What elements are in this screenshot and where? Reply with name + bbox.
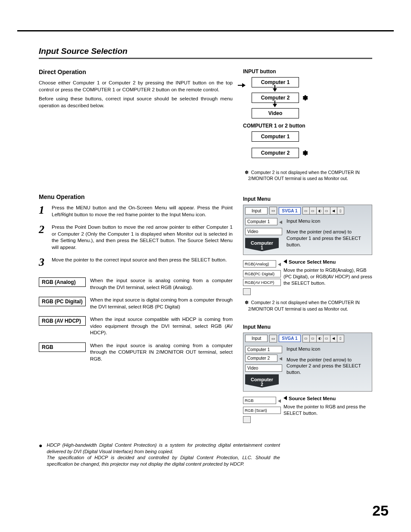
rgb-analog-label: RGB (Analog) (39, 277, 86, 287)
menu2-item-video: Video (245, 364, 282, 372)
down-arrow-icon (273, 88, 277, 92)
src2-scart: RGB (Scart) (243, 407, 281, 414)
rgb-row-digital: RGB (PC Digital) When the input source i… (39, 297, 233, 310)
menu-item-video: Video (245, 228, 282, 235)
left-arrow-icon-3 (283, 259, 287, 264)
ssm-label-2: Source Select Menu (289, 396, 336, 401)
arrow-in-icon (242, 81, 246, 89)
step-1: 1 Press the MENU button and the On-Scree… (39, 205, 233, 218)
rgb-hdcp-label: RGB (AV HDCP) (39, 316, 86, 326)
inputmenu-heading-1: Input Menu (243, 196, 372, 202)
asterisk-2: ✽ (302, 149, 308, 157)
section-rule (39, 58, 372, 59)
signal-label-2: SVGA 1 (279, 335, 300, 342)
bullet-icon: ● (39, 442, 42, 467)
step-num-3: 3 (39, 257, 47, 268)
left-arrow-icon-4 (279, 357, 282, 361)
rgb-row-analog: RGB (Analog) When the input source is an… (39, 277, 233, 291)
comp-button-label: COMPUTER 1 or 2 button (243, 123, 372, 129)
footnote-block: ● HDCP (High-bandwidth Digital Content P… (39, 442, 280, 467)
return-icon (243, 288, 251, 295)
flow-video: Video (252, 108, 299, 118)
footnote-p1: HDCP (High-bandwidth Digital Content Pro… (47, 442, 280, 455)
step-2: 2 Press the Point Down button to move th… (39, 224, 233, 251)
menu-mock-2: Input ▭ SVGA 1 ▭▭◐▭◀▯ Computer 1 Compute… (243, 333, 372, 392)
menu-heading: Menu Operation (39, 193, 233, 200)
rgb-hdcp-body: When the input source compatible with HD… (90, 316, 233, 336)
page-number: 25 (372, 502, 389, 519)
step-body-2: Press the Point Down button to move the … (52, 224, 233, 251)
step-body-3: Move the pointer to the correct input so… (52, 257, 233, 268)
menu-item-c1: Computer 1 (245, 218, 277, 225)
move-note-2: Move the pointer (red arrow) to Computer… (286, 357, 370, 376)
step-num-1: 1 (39, 205, 47, 218)
top-rule (17, 30, 394, 31)
menu2-item-c2: Computer 2 (245, 355, 277, 362)
section-title: Input Source Selection (39, 47, 372, 56)
left-arrow-icon (279, 221, 282, 224)
src-rgb-hdcp: RGB(AV HDCP) (243, 279, 281, 286)
src2-rgb: RGB (243, 397, 276, 404)
flow-computer2-b: Computer 2 (252, 148, 299, 158)
direct-p2: Before using these buttons, correct inpu… (39, 96, 233, 109)
return-icon-2 (243, 416, 251, 423)
menu-tab-input: Input (245, 207, 268, 215)
input-menu-icon-label-2: Input Menu icon (286, 346, 370, 352)
ssm-label-1: Source Select Menu (289, 259, 336, 264)
flow-computer1: Computer 1 (252, 77, 299, 87)
move-note-1: Move the pointer (red arrow) to Computer… (286, 229, 370, 248)
rgb-plain-label: RGB (39, 342, 86, 352)
rgb-row-hdcp: RGB (AV HDCP) When the input source comp… (39, 316, 233, 336)
step-3: 3 Move the pointer to the correct input … (39, 257, 233, 268)
footnote-p2: The specification of HDCP is decided and… (47, 454, 280, 467)
flow-computer2: Computer 2 (252, 93, 299, 103)
rgb-digital-body: When the input source is digital coming … (90, 297, 233, 310)
computer-badge-2: Computer2 (245, 374, 279, 388)
menu2-item-c1: Computer 1 (245, 346, 282, 353)
rgb-plain-body: When the input source is analog coming f… (90, 342, 233, 363)
flow-computer1-b: Computer 1 (252, 131, 299, 142)
direct-p1: Choose either Computer 1 or Computer 2 b… (39, 80, 233, 93)
step-num-2: 2 (39, 224, 47, 251)
menu-iconstrip: ▭▭◐▭◀▯ (302, 207, 344, 215)
src-rgb-digital: RGB(PC Digital) (243, 270, 281, 277)
computer-badge-1: Computer1 (245, 238, 279, 251)
menu-mock-1: Input ▭ SVGA 1 ▭▭◐▭◀▯ Computer 1 Video (243, 205, 372, 255)
down-arrow-icon-2 (273, 104, 277, 107)
step-body-1: Press the MENU button and the On-Screen … (52, 205, 233, 218)
input-menu-icon-label: Input Menu icon (286, 218, 370, 224)
direct-heading: Direct Operation (39, 68, 233, 75)
menu-iconstrip-2: ▭▭◐▭◀▯ (302, 335, 344, 342)
ssm-note-2: Move the pointer to RGB and press the SE… (283, 404, 372, 417)
input-icon: ▭ (269, 207, 277, 215)
diagram-note: ✽ Computer 2 is not displayed when the C… (248, 169, 372, 181)
input-button-label: INPUT button (243, 68, 372, 75)
rgb-row-plain: RGB When the input source is analog comi… (39, 342, 233, 363)
rgb-analog-body: When the input source is analog coming f… (90, 277, 233, 291)
src-rgb-analog: RGB(Analog) (243, 260, 276, 268)
ast-note-2: ✽ Computer 2 is not displayed when the C… (248, 299, 372, 311)
menu-tab-input-2: Input (245, 335, 268, 342)
input-icon-2: ▭ (269, 335, 277, 342)
ssm-note-1: Move the pointer to RGB(Analog), RGB (PC… (283, 267, 372, 286)
left-arrow-icon-5 (278, 399, 281, 403)
inputmenu-heading-2: Input Menu (243, 324, 372, 330)
rgb-digital-label: RGB (PC Digital) (39, 297, 86, 306)
asterisk-1: ✽ (302, 94, 308, 102)
left-arrow-icon-2 (278, 263, 281, 266)
signal-label: SVGA 1 (279, 207, 300, 215)
left-arrow-icon-6 (283, 396, 287, 400)
